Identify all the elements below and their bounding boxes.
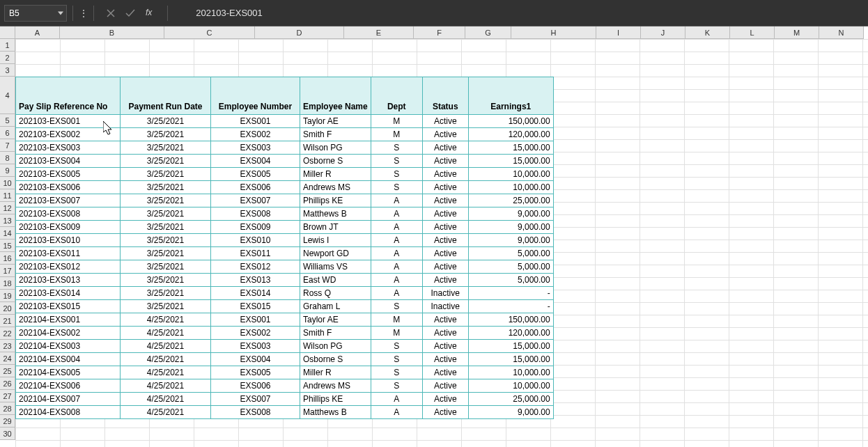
cell-earn[interactable]: 9,000.00 xyxy=(468,207,553,221)
cell-dept[interactable]: S xyxy=(371,141,422,155)
cell-name[interactable]: Miller R xyxy=(300,168,371,181)
cell-earn[interactable]: 150,000.00 xyxy=(468,115,553,128)
cell-earn[interactable]: 120,000.00 xyxy=(468,327,553,340)
cell-status[interactable]: Active xyxy=(422,366,468,379)
cell-empno[interactable]: EXS005 xyxy=(211,366,300,379)
cell-date[interactable]: 4/25/2021 xyxy=(121,353,211,366)
cell-earn[interactable]: 9,000.00 xyxy=(468,234,553,247)
cell-dept[interactable]: M xyxy=(371,313,422,327)
cell-date[interactable]: 3/25/2021 xyxy=(121,221,211,234)
cell-empno[interactable]: EXS004 xyxy=(211,353,300,366)
row-header-9[interactable]: 9 xyxy=(0,164,15,177)
row-header-29[interactable]: 29 xyxy=(0,415,15,428)
cell-name[interactable]: Andrews MS xyxy=(300,379,371,393)
cell-name[interactable]: Matthews B xyxy=(300,406,371,419)
cell-empno[interactable]: EXS014 xyxy=(211,287,300,300)
cell-status[interactable]: Active xyxy=(422,393,468,406)
header-date[interactable]: Payment Run Date xyxy=(121,77,211,115)
cell-empno[interactable]: EXS009 xyxy=(211,221,300,234)
cell-empno[interactable]: EXS004 xyxy=(211,155,300,168)
header-dept[interactable]: Dept xyxy=(371,77,422,115)
cell-name[interactable]: Miller R xyxy=(300,366,371,379)
cell-name[interactable]: Taylor AE xyxy=(300,115,371,128)
row-header-26[interactable]: 26 xyxy=(0,377,15,390)
row-header-18[interactable]: 18 xyxy=(0,277,15,290)
cell-date[interactable]: 3/25/2021 xyxy=(121,141,211,155)
row-header-22[interactable]: 22 xyxy=(0,327,15,340)
cell-ref[interactable]: 202103-EXS014 xyxy=(16,287,121,300)
cell-dept[interactable]: M xyxy=(371,327,422,340)
cell-earn[interactable]: 15,000.00 xyxy=(468,155,553,168)
cell-dept[interactable]: A xyxy=(371,207,422,221)
cell-dept[interactable]: A xyxy=(371,234,422,247)
col-header-e[interactable]: E xyxy=(344,26,414,39)
row-header-4[interactable]: 4 xyxy=(0,77,15,114)
cell-date[interactable]: 4/25/2021 xyxy=(121,340,211,353)
cell-earn[interactable]: 10,000.00 xyxy=(468,379,553,393)
cell-status[interactable]: Active xyxy=(422,115,468,128)
cell-dept[interactable]: A xyxy=(371,221,422,234)
cell-empno[interactable]: EXS010 xyxy=(211,234,300,247)
row-header-10[interactable]: 10 xyxy=(0,177,15,189)
cell-name[interactable]: Wilson PG xyxy=(300,141,371,155)
cell-dept[interactable]: S xyxy=(371,300,422,313)
header-earn[interactable]: Earnings1 xyxy=(468,77,553,115)
cell-dept[interactable]: S xyxy=(371,366,422,379)
row-header-11[interactable]: 11 xyxy=(0,189,15,202)
col-header-d[interactable]: D xyxy=(255,26,344,39)
cell-ref[interactable]: 202103-EXS015 xyxy=(16,300,121,313)
row-header-1[interactable]: 1 xyxy=(0,39,15,52)
row-header-14[interactable]: 14 xyxy=(0,227,15,240)
row-header-7[interactable]: 7 xyxy=(0,139,15,152)
cell-status[interactable]: Active xyxy=(422,379,468,393)
cell-ref[interactable]: 202104-EXS005 xyxy=(16,366,121,379)
cell-name[interactable]: Wilson PG xyxy=(300,340,371,353)
cell-dept[interactable]: A xyxy=(371,260,422,274)
header-ref[interactable]: Pay Slip Reference No xyxy=(16,77,121,115)
col-header-g[interactable]: G xyxy=(465,26,511,39)
cell-date[interactable]: 3/25/2021 xyxy=(121,247,211,260)
cell-dept[interactable]: S xyxy=(371,353,422,366)
row-header-16[interactable]: 16 xyxy=(0,252,15,265)
cell-empno[interactable]: EXS008 xyxy=(211,207,300,221)
cell-empno[interactable]: EXS001 xyxy=(211,313,300,327)
row-header-27[interactable]: 27 xyxy=(0,390,15,402)
cell-date[interactable]: 3/25/2021 xyxy=(121,300,211,313)
cell-empno[interactable]: EXS003 xyxy=(211,141,300,155)
cell-ref[interactable]: 202104-EXS001 xyxy=(16,313,121,327)
cell-ref[interactable]: 202103-EXS011 xyxy=(16,247,121,260)
cell-empno[interactable]: EXS015 xyxy=(211,300,300,313)
header-empno[interactable]: Employee Number xyxy=(211,77,300,115)
cell-empno[interactable]: EXS008 xyxy=(211,406,300,419)
cell-ref[interactable]: 202104-EXS004 xyxy=(16,353,121,366)
cell-ref[interactable]: 202103-EXS008 xyxy=(16,207,121,221)
cell-ref[interactable]: 202103-EXS001 xyxy=(16,115,121,128)
cell-status[interactable]: Active xyxy=(422,406,468,419)
cell-name[interactable]: Osborne S xyxy=(300,155,371,168)
cell-earn[interactable]: 5,000.00 xyxy=(468,247,553,260)
header-name[interactable]: Employee Name xyxy=(300,77,371,115)
row-header-25[interactable]: 25 xyxy=(0,365,15,377)
cell-earn[interactable]: 25,000.00 xyxy=(468,194,553,207)
cell-earn[interactable]: 10,000.00 xyxy=(468,168,553,181)
cell-empno[interactable]: EXS002 xyxy=(211,128,300,141)
col-header-m[interactable]: M xyxy=(775,26,819,39)
cell-status[interactable]: Active xyxy=(422,155,468,168)
cell-status[interactable]: Active xyxy=(422,247,468,260)
row-header-5[interactable]: 5 xyxy=(0,114,15,127)
cell-empno[interactable]: EXS006 xyxy=(211,379,300,393)
col-header-c[interactable]: C xyxy=(164,26,255,39)
cell-empno[interactable]: EXS002 xyxy=(211,327,300,340)
cell-name[interactable]: Andrews MS xyxy=(300,181,371,194)
cell-earn[interactable]: 120,000.00 xyxy=(468,128,553,141)
cell-date[interactable]: 4/25/2021 xyxy=(121,393,211,406)
header-status[interactable]: Status xyxy=(422,77,468,115)
cell-name[interactable]: Osborne S xyxy=(300,353,371,366)
cell-name[interactable]: Smith F xyxy=(300,327,371,340)
cell-earn[interactable]: 15,000.00 xyxy=(468,141,553,155)
cell-ref[interactable]: 202103-EXS005 xyxy=(16,168,121,181)
cell-name[interactable]: Smith F xyxy=(300,128,371,141)
cell-name[interactable]: Brown JT xyxy=(300,221,371,234)
cell-date[interactable]: 3/25/2021 xyxy=(121,234,211,247)
cell-dept[interactable]: M xyxy=(371,128,422,141)
